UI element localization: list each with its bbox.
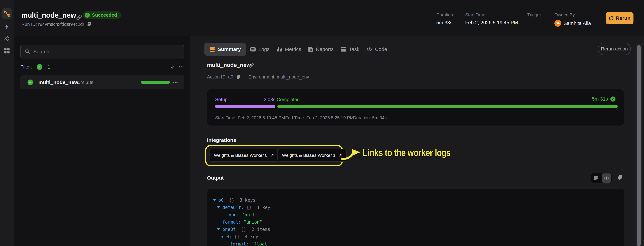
tab-bar: Summary Logs Metrics	[204, 43, 394, 56]
search-box	[20, 45, 184, 59]
json-tree-row: default: {} 1 key	[207, 204, 624, 211]
meta-start-time: Start Time Feb 2, 2026 5:19:45 PM	[465, 12, 518, 26]
meta-label: Trigger	[527, 12, 541, 18]
nav-share[interactable]	[2, 33, 12, 44]
chevron-down-icon[interactable]	[213, 199, 216, 201]
chevron-down-icon[interactable]	[217, 206, 220, 208]
rerun-button[interactable]: Rerun	[606, 12, 634, 24]
status-badge: ✓ Succeeded	[83, 11, 121, 19]
wandb-worker-1-label: Weights & Biases Worker 1	[282, 153, 336, 158]
page-title: multi_node_new	[22, 11, 76, 19]
tab-logs[interactable]: Logs	[250, 46, 270, 52]
json-tree-row: oneOf: [] 2 items	[207, 226, 624, 233]
json-key: 0:	[226, 234, 234, 239]
rerun-label: Rerun	[616, 15, 630, 21]
wandb-worker-1-button[interactable]: Weights & Biases Worker 1 ↗	[277, 149, 346, 162]
json-tree-row: o0: {} 3 keys	[207, 196, 624, 204]
link-icon	[76, 14, 82, 20]
filter-label: Filter:	[20, 64, 32, 70]
json-key: oneOf:	[222, 227, 241, 232]
filter-more-icon[interactable]: •••	[179, 65, 184, 69]
json-count: 2 items	[252, 227, 270, 232]
avatar: SA	[554, 20, 561, 27]
wandb-worker-0-button[interactable]: Weights & Biases Worker 0 ↗	[209, 149, 278, 162]
nav-triggers[interactable]	[2, 22, 12, 32]
filter-status-check-icon[interactable]: ✓	[37, 64, 42, 70]
meta-label: Start Time	[465, 12, 518, 18]
run-id: Run ID: r94vmscnxfdqst94c2dr	[22, 22, 92, 27]
action-id-label: Action ID: a0	[207, 74, 233, 80]
node-more-icon[interactable]: •••	[173, 80, 178, 85]
copy-icon	[617, 174, 623, 180]
json-count: 3 keys	[240, 198, 256, 203]
output-view-toggle	[591, 173, 612, 183]
setup-phase-bar[interactable]	[215, 105, 275, 108]
meta-value: -	[527, 20, 541, 26]
json-value: "float"	[251, 241, 270, 246]
integrations-heading: Integrations	[207, 137, 236, 143]
json-tree-row: format: "union"	[207, 218, 624, 226]
chevron-down-icon[interactable]	[217, 228, 220, 230]
json-key: type:	[226, 212, 242, 217]
text-lines-icon	[594, 175, 599, 181]
logs-icon	[250, 47, 256, 52]
copy-icon[interactable]	[87, 22, 92, 27]
node-duration: 5m 33s	[78, 80, 93, 85]
tab-metrics[interactable]: Metrics	[277, 46, 301, 52]
nav-apps[interactable]	[2, 45, 12, 56]
phase-duration: 2.08s	[241, 97, 275, 102]
action-title: multi_node_new	[207, 62, 251, 68]
rerun-icon	[609, 16, 614, 21]
wandb-worker-0-label: Weights & Biases Worker 0	[214, 153, 268, 158]
node-progress-bar	[141, 81, 170, 84]
rerun-action-label: Rerun action	[601, 46, 628, 52]
chevron-down-icon[interactable]	[221, 236, 224, 238]
json-count: 1 key	[257, 205, 270, 210]
tab-label: Reports	[316, 46, 334, 52]
tab-label: Summary	[218, 46, 241, 52]
node-list-item[interactable]: ✓ multi_node_new 5m 33s •••	[20, 75, 184, 89]
duration-label: Duration: 5m 34s	[353, 115, 387, 120]
title-link-icon[interactable]	[76, 14, 82, 20]
json-key: format:	[222, 219, 244, 224]
start-time-label: Start Time: Feb 2, 2026 5:19:45 PM	[215, 115, 285, 120]
app-window: multi_node_new ✓ Succeeded Run ID: r94vm…	[0, 0, 644, 246]
external-link-icon: ↗	[270, 153, 274, 158]
tab-code[interactable]: Code	[366, 46, 387, 52]
phase-status: Completed	[277, 97, 300, 102]
tab-reports[interactable]: Reports	[308, 46, 334, 52]
json-tree-row: 0: {} 4 keys	[207, 233, 624, 240]
check-icon: ✓	[610, 97, 616, 102]
tab-summary[interactable]: Summary	[204, 43, 246, 56]
share-icon	[4, 36, 10, 42]
status-label: Succeeded	[92, 13, 117, 18]
scrollbar-thumb[interactable]	[637, 45, 640, 246]
tab-task[interactable]: Task	[341, 46, 360, 52]
rerun-action-button[interactable]: Rerun action	[598, 43, 631, 55]
collapse-icon[interactable]	[170, 64, 175, 70]
total-duration: 5m 31s ✓	[592, 96, 616, 102]
annotation-arrow	[341, 149, 362, 161]
meta-value: 5m 33s	[436, 20, 453, 26]
owner-name: Samhita Alla	[564, 21, 591, 26]
json-tree-row: format: "float"	[207, 240, 624, 246]
text-view-button[interactable]	[592, 173, 601, 183]
environment-label: Environment: multi_node_env	[248, 74, 309, 80]
json-punct: {}	[234, 234, 245, 239]
run-phase-bar[interactable]	[278, 105, 618, 108]
nav-runs[interactable]	[2, 8, 12, 19]
search-input[interactable]	[33, 49, 180, 55]
action-meta-row: Action ID: a0 Environment: multi_node_en…	[207, 74, 309, 80]
run-id-label: Run ID: r94vmscnxfdqst94c2dr	[22, 22, 84, 27]
meta-label: Owned By	[554, 12, 591, 18]
annotation-text: Links to the worker logs	[363, 147, 450, 158]
task-icon	[341, 47, 346, 52]
meta-duration: Duration 5m 33s	[436, 12, 453, 26]
action-link-icon[interactable]	[249, 63, 254, 68]
code-view-button[interactable]	[602, 173, 611, 183]
meta-value: Feb 2, 2026 5:19:45 PM	[465, 20, 518, 26]
tab-label: Code	[375, 46, 387, 52]
copy-output-button[interactable]	[617, 174, 623, 180]
copy-icon[interactable]	[236, 75, 240, 80]
meta-label: Duration	[436, 12, 453, 18]
